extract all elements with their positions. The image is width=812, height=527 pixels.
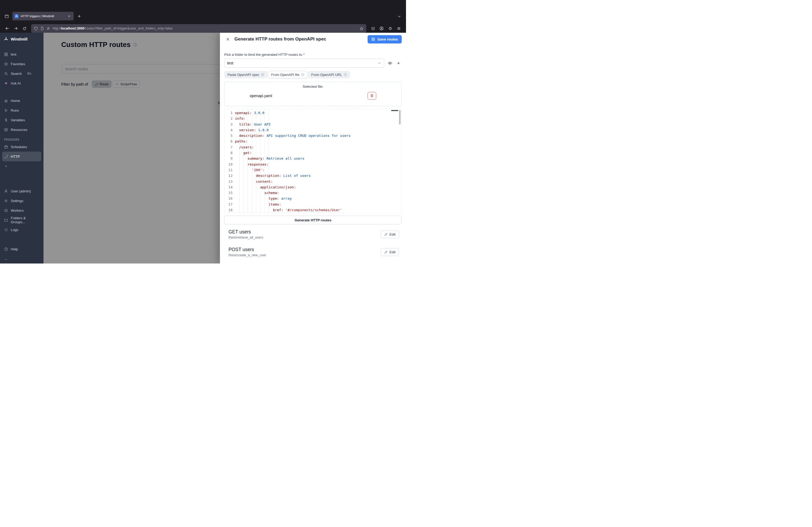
drawer-header: Generate HTTP routes from OpenAPI spec S… (220, 33, 406, 46)
code-line[interactable]: paths: (235, 138, 402, 144)
save-routes-button[interactable]: Save routes (367, 35, 402, 44)
sidebar-item-label: Runs (11, 108, 19, 112)
save-label: Save routes (377, 37, 398, 41)
code-line[interactable]: title: User API (235, 122, 402, 127)
back-icon[interactable] (3, 25, 11, 32)
sidebar-item-add-trigger[interactable]: + (0, 161, 44, 171)
sidebar-item-runs[interactable]: Runs (0, 105, 44, 115)
sidebar-item-ask-ai[interactable]: Ask AI (0, 78, 44, 88)
info-icon (261, 73, 264, 76)
tab-close-icon[interactable] (67, 14, 71, 18)
code-line[interactable]: responses: (235, 162, 402, 167)
sidebar-item-settings[interactable]: Settings (0, 196, 44, 206)
browser-tab[interactable]: HTTP triggers | Windmill (12, 12, 74, 20)
windmill-logo-icon (4, 37, 8, 41)
workspace-selector[interactable]: test (0, 49, 44, 59)
line-number: 11 (224, 167, 233, 173)
url-text: http://localhost:3000/routes?filter_path… (53, 27, 357, 30)
firefox-view-icon[interactable] (3, 12, 11, 20)
code-line[interactable]: application/json: (235, 184, 402, 190)
edit-label: Edit (390, 250, 395, 254)
sidebar-item-home[interactable]: Home (0, 96, 44, 105)
code-line[interactable]: info: (235, 116, 402, 121)
tab-from-file[interactable]: From OpenAPI file (268, 71, 307, 78)
drawer-body: Pick a folder to bind the generated HTTP… (220, 46, 406, 264)
code-line[interactable]: version: 1.0.0 (235, 127, 402, 133)
sidebar-item-label: Search (11, 72, 22, 76)
page-info-icon[interactable] (40, 27, 44, 30)
sidebar-item-label: Schedules (11, 145, 27, 149)
bookmark-star-icon[interactable] (360, 27, 364, 31)
new-tab-button[interactable]: + (75, 12, 83, 20)
menu-hamburger-icon[interactable] (395, 25, 403, 32)
code-line[interactable]: schema: (235, 190, 402, 196)
remove-file-button[interactable] (367, 92, 376, 100)
code-line[interactable]: items: (235, 201, 402, 207)
sidebar-item-logs[interactable]: Logs (0, 225, 44, 235)
arrow-left-icon: ← (4, 257, 8, 260)
route-icon (4, 154, 8, 159)
preview-folder-eye-icon[interactable] (387, 60, 393, 66)
code-line[interactable]: type: array (235, 196, 402, 201)
code-line[interactable]: /users: (235, 144, 402, 150)
code-line[interactable]: $ref: '#/components/schemas/User' (235, 207, 402, 213)
forward-icon[interactable] (12, 25, 20, 32)
sidebar-item-folders-groups[interactable]: Folders & Groups... (0, 215, 44, 225)
url-bar[interactable]: http://localhost:3000/routes?filter_path… (31, 24, 366, 33)
generate-routes-button[interactable]: Generate HTTP routes (224, 216, 402, 224)
selected-file-label: Selected file: (250, 85, 376, 89)
tab-paste-spec[interactable]: Paste OpenAPI spec (224, 71, 267, 78)
code-lines: openapi: 3.0.0info: title: User API vers… (235, 110, 402, 213)
edit-label: Edit (390, 232, 395, 236)
code-line[interactable]: get: (235, 150, 402, 156)
sidebar-collapse-button[interactable]: ← (0, 254, 44, 264)
edit-route-button[interactable]: Edit (381, 230, 399, 238)
line-number: 12 (224, 173, 233, 178)
home-icon (4, 99, 8, 103)
selected-file-dropzone[interactable]: Selected file: openapi.yaml (224, 81, 402, 106)
star-icon (4, 62, 8, 66)
account-icon[interactable] (378, 25, 386, 32)
reload-icon[interactable] (20, 25, 28, 32)
sidebar-item-variables[interactable]: $ Variables (0, 115, 44, 125)
folder-select[interactable]: test (224, 59, 384, 67)
search-shortcut: ⌘k (27, 72, 31, 75)
sidebar-item-help[interactable]: Help (0, 244, 44, 254)
add-folder-button[interactable]: + (395, 60, 402, 66)
sidebar-item-http[interactable]: HTTP (2, 152, 41, 161)
folder-icon (4, 218, 8, 222)
code-line[interactable]: openapi: 3.0.0 (235, 110, 402, 116)
permissions-icon[interactable] (46, 27, 50, 30)
route-item: POST users f/test/create_a_new_user Edit (224, 247, 402, 257)
code-line[interactable]: description: List of users (235, 173, 402, 178)
sidebar-item-resources[interactable]: Resources (0, 125, 44, 134)
sidebar-item-workers[interactable]: Workers (0, 206, 44, 215)
sidebar-item-schedules[interactable]: Schedules (0, 142, 44, 152)
line-number: 13 (224, 179, 233, 184)
sidebar-item-label: Variables (11, 118, 25, 122)
save-to-pocket-icon[interactable] (369, 25, 377, 32)
list-all-tabs-icon[interactable] (395, 12, 403, 20)
code-line[interactable]: summary: Retrieve all users (235, 156, 402, 161)
extensions-icon[interactable] (386, 25, 394, 32)
code-line[interactable]: '200': (235, 167, 402, 173)
sidebar-item-user[interactable]: User (admin) (0, 186, 44, 196)
sparkle-icon (4, 81, 8, 85)
brand-name: Windmill (11, 37, 27, 41)
sidebar-item-label: Resources (11, 128, 27, 132)
sidebar-item-favorites[interactable]: Favorites (0, 59, 44, 69)
tracking-protection-shield-icon[interactable] (34, 27, 38, 31)
openapi-code-editor[interactable]: 123456789101112131415161718 openapi: 3.0… (224, 109, 402, 213)
close-icon[interactable] (224, 36, 231, 43)
tab-label: Paste OpenAPI spec (228, 73, 259, 77)
edit-route-button[interactable]: Edit (381, 248, 399, 256)
sidebar-item-search[interactable]: Search ⌘k (0, 69, 44, 78)
sidebar-item-label: Settings (11, 199, 23, 203)
sidebar-item-label: Favorites (11, 62, 25, 66)
user-icon (4, 189, 8, 193)
code-line[interactable]: description: API supporting CRUD operati… (235, 133, 402, 138)
line-number: 6 (224, 138, 233, 144)
code-line[interactable]: content: (235, 179, 402, 184)
selected-file-name: openapi.yaml (250, 94, 272, 98)
tab-from-url[interactable]: From OpenAPI URL (308, 71, 350, 78)
